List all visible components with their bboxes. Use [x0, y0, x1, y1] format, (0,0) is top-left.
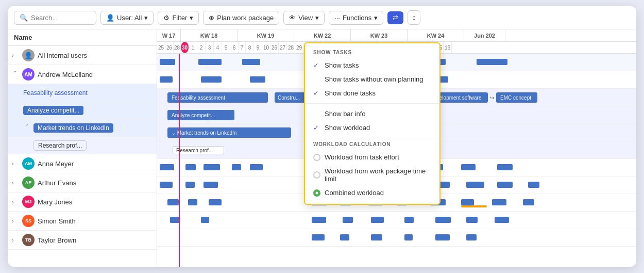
day-27b: 27 — [279, 42, 287, 53]
expand-icon: › — [12, 199, 19, 205]
check-icon-show-tasks: ✓ — [313, 61, 320, 69]
day-25: 25 — [157, 42, 165, 53]
eye-icon: 👁 — [289, 14, 296, 22]
week-kw23: KW 23 — [351, 29, 408, 41]
week-kw22: KW 22 — [294, 29, 351, 41]
avatar-taylor: TB — [22, 234, 35, 246]
name-column-header: Name — [8, 29, 157, 46]
label-analyze: Analyze competit... — [23, 106, 83, 115]
avatar-arthur: AE — [22, 176, 35, 189]
today-line — [179, 54, 180, 267]
show-done-tasks-item[interactable]: ✓ Show done tasks — [305, 86, 439, 100]
plus-icon: ⊕ — [209, 14, 214, 22]
day-kw19-10: 10 — [262, 42, 270, 53]
functions-label: Functions — [343, 14, 371, 22]
day-28b: 28 — [287, 42, 295, 53]
sync-button[interactable]: ⇄ — [387, 11, 403, 24]
week-kw24: KW 24 — [408, 29, 464, 41]
filter-button[interactable]: ⚙ Filter ▾ — [158, 11, 199, 25]
sync-icon: ⇄ — [393, 14, 398, 22]
label-feasability: Feasability assessment — [23, 89, 88, 97]
label-market-trends: Market trends on LinkedIn — [33, 123, 113, 133]
label-mary: Mary Jones — [38, 198, 72, 206]
show-tasks-no-planning-label: Show tasks without own planning — [325, 75, 423, 83]
avatar-all-users: 👤 — [22, 49, 35, 61]
radio-combined — [313, 189, 320, 197]
day-27: 28 — [174, 42, 181, 53]
show-tasks-item[interactable]: ✓ Show tasks — [305, 58, 439, 72]
label-arthur: Arthur Evans — [38, 179, 76, 187]
avatar-anna: AM — [22, 157, 35, 170]
plan-work-package-button[interactable]: ⊕ Plan work package — [203, 11, 279, 25]
expand-icon: › — [12, 237, 19, 243]
search-input[interactable] — [31, 14, 91, 22]
workload-task-effort-item[interactable]: Workload from task effort — [305, 150, 439, 164]
day-today: 30 — [181, 42, 189, 53]
user-icon: 👤 — [106, 14, 114, 22]
app-container: 🔍 👤 User: All ▾ ⚙ Filter ▾ ⊕ Plan work p… — [8, 6, 636, 267]
show-workload-label: Show workload — [325, 124, 370, 132]
plan-label: Plan work package — [217, 14, 274, 22]
row-simon[interactable]: › SS Simon Smith — [8, 212, 157, 231]
expand-icon: › — [12, 160, 19, 167]
workload-combined-label: Combined workload — [325, 189, 384, 197]
row-market-trends[interactable]: › Market trends on LinkedIn — [8, 119, 157, 137]
row-arthur[interactable]: › AE Arthur Evans — [8, 173, 157, 192]
avatar-simon: SS — [22, 215, 35, 227]
workload-task-effort-label: Workload from task effort — [325, 153, 399, 161]
day-kw18-7: 7 — [239, 42, 246, 53]
show-done-tasks-label: Show done tasks — [325, 89, 376, 97]
check-icon-workload: ✓ — [313, 124, 320, 132]
user-filter-button[interactable]: 👤 User: All ▾ — [100, 11, 154, 25]
check-icon-done-tasks: ✓ — [313, 89, 320, 97]
day-29b: 29 — [295, 42, 303, 53]
filter-icon: ⚙ — [163, 14, 170, 22]
toolbar: 🔍 👤 User: All ▾ ⚙ Filter ▾ ⊕ Plan work p… — [8, 6, 636, 29]
show-tasks-no-planning-item[interactable]: Show tasks without own planning — [305, 72, 439, 86]
sort-icon: ↕ — [412, 13, 416, 22]
row-andrew[interactable]: › AM Andrew McLelland — [8, 65, 157, 84]
week-kw19: KW 19 — [238, 29, 294, 41]
expand-icon: › — [12, 218, 19, 224]
day-kw18-3: 3 — [206, 42, 214, 53]
filter-label: Filter — [172, 14, 187, 22]
chevron-down-icon: ▾ — [144, 14, 148, 22]
day-26b: 26 — [270, 42, 279, 53]
row-all-users[interactable]: › 👤 All internal users — [8, 46, 157, 65]
show-workload-item[interactable]: ✓ Show workload — [305, 121, 439, 135]
show-tasks-label: Show tasks — [325, 61, 359, 69]
show-tasks-section-title: SHOW TASKS — [305, 50, 439, 58]
row-feasability[interactable]: Feasability assessment — [8, 84, 157, 102]
row-anna[interactable]: › AM Anna Meyer — [8, 154, 157, 173]
avatar-mary: MJ — [22, 196, 35, 208]
user-filter-label: User: All — [117, 14, 142, 22]
radio-task-effort — [313, 154, 320, 161]
label-anna: Anna Meyer — [38, 160, 74, 168]
functions-button[interactable]: ··· Functions ▾ — [329, 11, 383, 25]
label-andrew: Andrew McLelland — [38, 71, 93, 78]
workload-section-title: WORKLOAD CALCULATION — [305, 141, 439, 150]
show-bar-info-label: Show bar info — [325, 110, 366, 118]
workload-combined-item[interactable]: Combined workload — [305, 186, 439, 200]
divider-2 — [305, 138, 439, 138]
view-button[interactable]: 👁 View ▾ — [283, 11, 325, 25]
week-w17: W 17 — [157, 29, 181, 41]
row-research[interactable]: Research prof... — [8, 137, 157, 154]
search-box[interactable]: 🔍 — [14, 11, 96, 25]
row-analyze[interactable]: Analyze competit... — [8, 102, 157, 119]
gantt-row-taylor — [157, 229, 636, 247]
row-taylor[interactable]: › TB Taylor Brown — [8, 231, 157, 250]
day-26: 26 — [165, 42, 174, 53]
search-icon: 🔍 — [20, 14, 28, 22]
day-kw18-6: 6 — [230, 42, 239, 53]
show-bar-info-item[interactable]: Show bar info — [305, 107, 439, 121]
day-kw18-1: 1 — [189, 42, 197, 53]
row-mary[interactable]: › MJ Mary Jones — [8, 192, 157, 212]
day-kw18-5: 5 — [222, 42, 230, 53]
functions-chevron-icon: ▾ — [374, 14, 378, 22]
sort-button[interactable]: ↕ — [408, 10, 420, 25]
view-chevron-icon: ▾ — [315, 14, 319, 22]
workload-time-limit-item[interactable]: Workload from work package time limit — [305, 164, 439, 186]
day-kw18-4: 4 — [214, 42, 222, 53]
label-simon: Simon Smith — [38, 217, 76, 225]
